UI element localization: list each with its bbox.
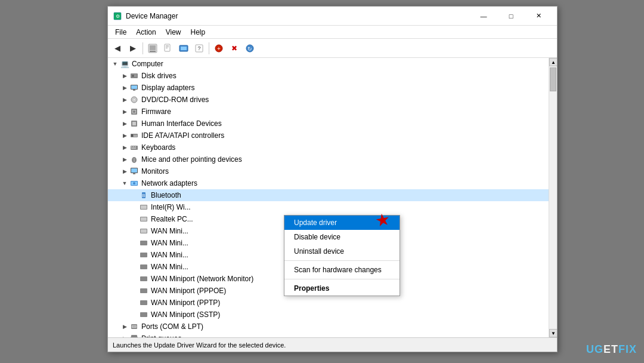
- svg-rect-10: [181, 47, 187, 50]
- icon-ide: [129, 131, 139, 140]
- expand-wan3[interactable]: [129, 250, 139, 260]
- expand-display[interactable]: ▶: [120, 83, 129, 93]
- ctx-scan-hardware[interactable]: Scan for hardware changes: [284, 263, 400, 277]
- toolbar-btn-update[interactable]: +: [212, 41, 226, 56]
- tree-item-computer[interactable]: ▼ 💻 Computer: [108, 58, 549, 70]
- ctx-uninstall-label: Uninstall device: [294, 247, 344, 256]
- expand-keyboards[interactable]: ▶: [120, 143, 129, 152]
- tree-item-display[interactable]: ▶ Display adapters: [108, 82, 549, 94]
- svg-text:+: +: [217, 45, 221, 52]
- ctx-update-driver[interactable]: Update driver: [284, 216, 400, 230]
- tree-item-mice[interactable]: ▶ Mice and other pointing devices: [108, 153, 549, 165]
- tree-item-keyboards[interactable]: ▶ Keyboards: [108, 141, 549, 153]
- expand-wan2[interactable]: [129, 238, 139, 248]
- icon-wan4: [139, 262, 148, 272]
- svg-point-68: [135, 326, 136, 327]
- ctx-uninstall-device[interactable]: Uninstall device: [284, 244, 400, 259]
- close-button[interactable]: ✕: [525, 7, 552, 26]
- forward-button[interactable]: ▶: [126, 41, 140, 56]
- tree-item-ide[interactable]: ▶ IDE ATA/ATAPI controllers: [108, 130, 549, 141]
- toolbar-btn-3[interactable]: [177, 41, 191, 56]
- ctx-sep-2: [284, 279, 400, 279]
- tree-item-monitors[interactable]: ▶ Monitors: [108, 165, 549, 177]
- expand-mice[interactable]: ▶: [120, 155, 129, 164]
- label-print: Print queues: [141, 334, 181, 337]
- tree-item-network[interactable]: ▼ Network adapters: [108, 177, 549, 189]
- label-mice: Mice and other pointing devices: [141, 155, 242, 164]
- svg-rect-52: [141, 205, 147, 209]
- watermark-fix: FIX: [618, 343, 637, 355]
- toolbar-sep-2: [209, 42, 209, 54]
- minimize-button[interactable]: —: [470, 7, 497, 26]
- expand-network[interactable]: ▼: [120, 179, 129, 188]
- expand-ports[interactable]: ▶: [120, 322, 129, 331]
- svg-text:↻: ↻: [247, 46, 252, 52]
- expand-print[interactable]: ▶: [120, 334, 129, 337]
- expand-bt[interactable]: [129, 190, 139, 200]
- menu-action[interactable]: Action: [131, 27, 160, 38]
- tree-item-wan-pptp[interactable]: WAN Miniport (PPTP): [108, 297, 549, 309]
- expand-intel[interactable]: [129, 202, 139, 212]
- menu-help[interactable]: Help: [186, 27, 210, 38]
- scroll-down-button[interactable]: ▼: [549, 329, 557, 337]
- tree-item-disk[interactable]: ▶ Disk drives: [108, 70, 549, 82]
- svg-rect-37: [131, 146, 132, 147]
- icon-wan2: [139, 238, 148, 248]
- toolbar-btn-4[interactable]: ?: [192, 41, 206, 56]
- expand-computer[interactable]: ▼: [110, 59, 120, 69]
- ctx-disable-device[interactable]: Disable device: [284, 230, 400, 244]
- scrollbar[interactable]: ▲ ▼: [549, 58, 557, 337]
- toolbar-btn-scan[interactable]: ↻: [243, 41, 257, 56]
- tree-item-firmware[interactable]: ▶ Firmware: [108, 106, 549, 118]
- tree-item-bluetooth[interactable]: B Bluetooth: [108, 189, 549, 201]
- label-hid: Human Interface Devices: [141, 119, 222, 128]
- expand-ide[interactable]: ▶: [120, 131, 129, 140]
- tree-item-dvd[interactable]: ▶ DVD/CD-ROM drives: [108, 94, 549, 106]
- tree-item-intel-wifi[interactable]: Intel(R) Wi...: [108, 201, 549, 213]
- svg-rect-59: [140, 264, 147, 269]
- expand-dvd[interactable]: ▶: [120, 95, 129, 104]
- toolbar-btn-remove[interactable]: ✖: [227, 41, 242, 56]
- scroll-up-button[interactable]: ▲: [549, 58, 557, 66]
- expand-hid[interactable]: ▶: [120, 119, 129, 128]
- svg-rect-3: [150, 45, 156, 50]
- expand-wan-pppoe[interactable]: [129, 286, 139, 296]
- expand-wan-pptp[interactable]: [129, 298, 139, 307]
- svg-point-48: [133, 182, 135, 184]
- back-button[interactable]: ◀: [110, 41, 125, 56]
- title-bar: ⚙ Device Manager — □ ✕: [108, 7, 557, 26]
- svg-rect-4: [150, 51, 156, 52]
- label-bluetooth: Bluetooth: [151, 191, 181, 199]
- toolbar-btn-1[interactable]: [145, 41, 160, 56]
- label-wan-pptp: WAN Miniport (PPTP): [151, 299, 220, 307]
- menu-view[interactable]: View: [161, 27, 186, 38]
- scroll-track[interactable]: [549, 66, 557, 329]
- menu-file[interactable]: File: [110, 27, 131, 38]
- tree-item-hid[interactable]: ▶ Human Interface Devices: [108, 118, 549, 130]
- svg-rect-58: [140, 253, 147, 257]
- toolbar-btn-2[interactable]: [161, 41, 175, 56]
- svg-text:✖: ✖: [231, 44, 237, 53]
- icon-wan-sstp: [139, 310, 148, 319]
- label-dvd: DVD/CD-ROM drives: [141, 96, 209, 104]
- maximize-button[interactable]: □: [497, 7, 525, 26]
- ctx-properties[interactable]: Properties: [284, 281, 400, 296]
- expand-firmware[interactable]: ▶: [120, 107, 129, 116]
- context-menu: Update driver Disable device Uninstall d…: [284, 215, 400, 296]
- tree-item-print[interactable]: ▶ Print queues: [108, 333, 549, 337]
- icon-print: [129, 334, 139, 337]
- expand-realtek[interactable]: [129, 214, 139, 224]
- device-tree[interactable]: ▼ 💻 Computer ▶ Disk drives ▶ Display ada…: [108, 58, 549, 337]
- expand-monitors[interactable]: ▶: [120, 167, 129, 176]
- tree-item-ports[interactable]: ▶ Ports (COM & LPT): [108, 321, 549, 333]
- expand-wan-netmon[interactable]: [129, 274, 139, 284]
- expand-wan4[interactable]: [129, 262, 139, 272]
- label-wan2: WAN Mini...: [151, 239, 188, 247]
- expand-wan-sstp[interactable]: [129, 310, 139, 319]
- expand-wan1[interactable]: [129, 226, 139, 236]
- device-manager-window: ⚙ Device Manager — □ ✕ File Action View …: [107, 6, 558, 352]
- icon-display: [129, 83, 139, 93]
- scroll-thumb[interactable]: [550, 67, 556, 91]
- tree-item-wan-sstp[interactable]: WAN Miniport (SSTP): [108, 309, 549, 321]
- expand-disk[interactable]: ▶: [120, 71, 129, 81]
